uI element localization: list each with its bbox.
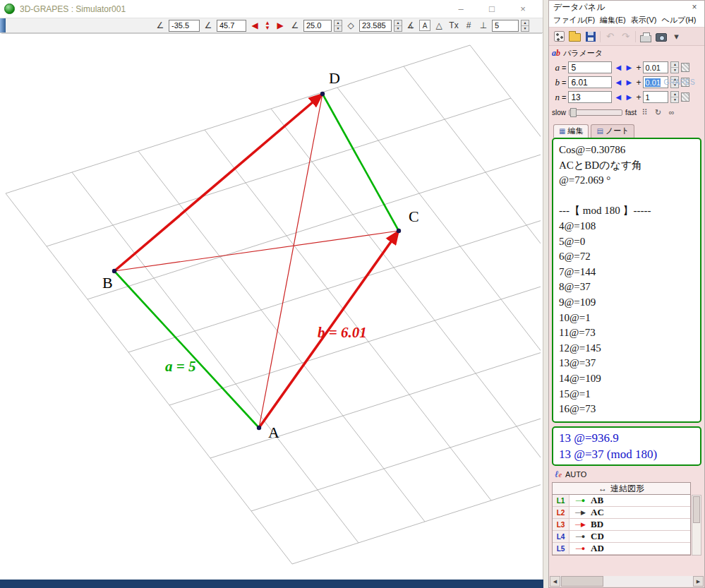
repeat-animation-icon[interactable]: ↻ bbox=[653, 108, 663, 117]
step-spin-up-button[interactable]: ▲ bbox=[671, 77, 678, 83]
param-a-value-input[interactable]: 5 bbox=[568, 61, 612, 73]
zoom-input[interactable]: 25.0 bbox=[303, 20, 332, 32]
rotate-vertical-icon[interactable]: ∠ bbox=[202, 19, 215, 32]
capture-icon[interactable] bbox=[655, 30, 667, 43]
open-file-icon[interactable] bbox=[569, 30, 581, 43]
main-window: 3D-GRAPES : Simulator001 – □ × ∠ -35.5 ∠… bbox=[0, 0, 543, 588]
step-spin-down-button[interactable]: ▼ bbox=[671, 83, 678, 88]
toolbar-grip[interactable] bbox=[0, 18, 6, 32]
horizontal-angle-input[interactable]: -35.5 bbox=[169, 20, 200, 32]
distance-input[interactable]: 23.585 bbox=[359, 20, 392, 32]
app-logo-icon bbox=[4, 4, 15, 14]
save-icon[interactable] bbox=[584, 30, 596, 43]
minimize-button[interactable]: – bbox=[451, 4, 471, 14]
grid-toggle-icon[interactable]: # bbox=[462, 19, 475, 32]
param-a-name: a bbox=[552, 62, 560, 73]
view-distance-icon[interactable]: ◇ bbox=[344, 19, 357, 32]
grid-spin-up-button[interactable]: ▲ bbox=[522, 20, 529, 26]
distance-spin-up-button[interactable]: ▲ bbox=[394, 20, 402, 26]
continuous-animation-icon[interactable]: ∞ bbox=[666, 108, 677, 116]
param-a-lock-icon[interactable] bbox=[681, 63, 689, 72]
svg-text:b = 6.01: b = 6.01 bbox=[318, 324, 367, 341]
param-b-increase-button[interactable]: ▶ bbox=[625, 78, 633, 86]
step-spin-up-button[interactable]: ▲ bbox=[671, 62, 678, 68]
stamp-icon[interactable] bbox=[553, 30, 565, 43]
figures-vertical-scrollbar[interactable] bbox=[692, 495, 701, 556]
param-n-increase-button[interactable]: ▶ bbox=[625, 93, 633, 101]
grid-spin-down-button[interactable]: ▼ bbox=[522, 26, 529, 31]
maximize-button[interactable]: □ bbox=[482, 4, 502, 14]
param-b-value-input[interactable]: 6.01 bbox=[568, 76, 612, 88]
note-line: ACとBDのなす角 bbox=[559, 158, 694, 174]
close-button[interactable]: × bbox=[513, 4, 533, 14]
param-a-increase-button[interactable]: ▶ bbox=[625, 64, 633, 71]
result-line: 13 @=37 (mod 180) bbox=[559, 446, 694, 462]
speed-slider[interactable] bbox=[569, 109, 622, 116]
distance-spin-down-button[interactable]: ▼ bbox=[394, 26, 402, 31]
figure-row[interactable]: L3 —▶ BD bbox=[553, 519, 690, 531]
param-a-decrease-button[interactable]: ◀ bbox=[614, 64, 622, 71]
param-b-step-input[interactable]: 0.01 GRAPES bbox=[643, 76, 668, 88]
param-a-step-input[interactable]: 0.01 bbox=[643, 61, 668, 73]
angle-mark-icon[interactable]: ∡ bbox=[404, 19, 417, 32]
toolbar-separator bbox=[600, 31, 601, 42]
slider-thumb[interactable] bbox=[570, 108, 577, 117]
equals-sign: = bbox=[562, 64, 566, 72]
figure-label: CD bbox=[591, 531, 604, 542]
figure-row[interactable]: L5 —● AD bbox=[553, 543, 690, 555]
zoom-spin-up-button[interactable]: ▲ bbox=[335, 20, 342, 26]
rotate-right-button[interactable]: ▶ bbox=[274, 19, 287, 32]
menu-item[interactable]: ファイル(F) bbox=[553, 15, 595, 25]
step-animation-icon[interactable]: ⠿ bbox=[639, 108, 650, 117]
auto-label: AUTO bbox=[565, 470, 586, 479]
label-toggle-icon[interactable]: A bbox=[419, 20, 430, 31]
text-toggle-icon[interactable]: Tx bbox=[447, 19, 460, 32]
scroll-right-button[interactable]: ▶ bbox=[693, 576, 704, 587]
graph-canvas[interactable]: ABCDa = 5b = 6.01 bbox=[1, 33, 542, 580]
redo-icon[interactable]: ↷ bbox=[620, 30, 632, 43]
param-n-decrease-button[interactable]: ◀ bbox=[614, 93, 622, 101]
figure-row[interactable]: L2 —▶ AC bbox=[553, 507, 690, 519]
scroll-thumb[interactable] bbox=[693, 496, 700, 523]
tab-edit[interactable]: ▦ 編集 bbox=[553, 124, 589, 138]
rotate-left-button[interactable]: ◀ bbox=[248, 19, 261, 32]
param-n-value-input[interactable]: 13 bbox=[568, 91, 612, 103]
param-n-step-input[interactable]: 1 bbox=[643, 91, 668, 103]
svg-text:B: B bbox=[102, 274, 113, 292]
param-b-lock-icon[interactable] bbox=[681, 78, 689, 87]
note-line: 4@=108 bbox=[559, 219, 694, 234]
zoom-angle-icon[interactable]: ∠ bbox=[289, 19, 301, 32]
menu-item[interactable]: ヘルプ(H) bbox=[661, 15, 696, 25]
axes-toggle-icon[interactable]: ⊥ bbox=[477, 19, 490, 32]
tab-note[interactable]: ▤ ノート bbox=[591, 124, 634, 138]
rotate-down-button[interactable]: ▼ bbox=[263, 25, 272, 30]
rotate-horizontal-icon[interactable]: ∠ bbox=[154, 19, 167, 32]
param-b-decrease-button[interactable]: ◀ bbox=[614, 78, 622, 86]
step-spin-up-button[interactable]: ▲ bbox=[671, 92, 678, 97]
zoom-spin-down-button[interactable]: ▼ bbox=[335, 26, 342, 31]
param-n-lock-icon[interactable] bbox=[681, 92, 689, 102]
step-spin-down-button[interactable]: ▼ bbox=[671, 97, 678, 102]
panel-horizontal-scrollbar[interactable]: ◀ ▶ bbox=[550, 576, 704, 587]
scroll-left-button[interactable]: ◀ bbox=[550, 576, 560, 587]
capture-dropdown[interactable]: ▾ bbox=[670, 30, 682, 43]
note-editor[interactable]: Cos@=0.30786ACとBDのなす角@=72.069 °---【 mod … bbox=[552, 138, 701, 423]
print-icon[interactable] bbox=[639, 30, 651, 43]
undo-icon[interactable]: ↶ bbox=[604, 30, 616, 43]
figure-row[interactable]: L4 —● CD bbox=[553, 531, 690, 543]
figure-id: L5 bbox=[553, 543, 570, 554]
grid-size-input[interactable]: 5 bbox=[492, 20, 519, 32]
menu-item[interactable]: 編集(E) bbox=[600, 15, 626, 25]
figure-line-icon: —▶ bbox=[570, 509, 591, 516]
scroll-thumb[interactable] bbox=[561, 576, 603, 587]
vertical-angle-input[interactable]: 45.7 bbox=[217, 20, 246, 32]
menu-item[interactable]: 表示(V) bbox=[631, 15, 657, 25]
panel-close-button[interactable]: × bbox=[689, 2, 700, 12]
step-spin-down-button[interactable]: ▼ bbox=[671, 68, 678, 73]
window-buttons: – □ × bbox=[451, 4, 538, 14]
triangle-icon[interactable]: △ bbox=[433, 19, 445, 32]
grapes-watermark: GRAPES bbox=[663, 78, 695, 86]
param-row-b: b = 6.01 ◀ ▶ + 0.01 GRAPES ▲ ▼ bbox=[552, 75, 701, 90]
figure-row[interactable]: L1 —● AB bbox=[553, 495, 690, 507]
plus-sign: + bbox=[636, 63, 641, 73]
